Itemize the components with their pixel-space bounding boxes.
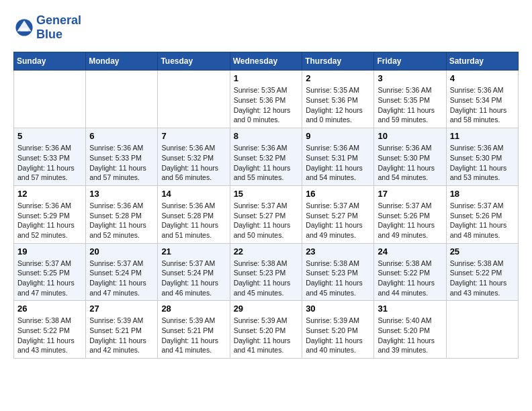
day-cell: 1Sunrise: 5:35 AMSunset: 5:36 PMDaylight… [230, 71, 302, 128]
day-cell: 23Sunrise: 5:38 AMSunset: 5:23 PMDayligh… [302, 243, 374, 301]
day-number: 30 [306, 304, 370, 314]
day-number: 31 [378, 304, 442, 314]
day-number: 28 [161, 304, 226, 314]
day-cell: 24Sunrise: 5:38 AMSunset: 5:22 PMDayligh… [374, 243, 446, 301]
day-info: Sunrise: 5:36 AMSunset: 5:33 PMDaylight:… [89, 143, 154, 183]
day-cell: 16Sunrise: 5:37 AMSunset: 5:27 PMDayligh… [302, 185, 374, 243]
day-info: Sunrise: 5:40 AMSunset: 5:20 PMDaylight:… [378, 316, 442, 355]
day-number: 29 [234, 304, 299, 314]
day-cell: 9Sunrise: 5:36 AMSunset: 5:31 PMDaylight… [302, 128, 374, 186]
day-cell: 28Sunrise: 5:39 AMSunset: 5:21 PMDayligh… [158, 301, 230, 359]
day-cell: 22Sunrise: 5:38 AMSunset: 5:23 PMDayligh… [230, 243, 302, 301]
day-cell: 6Sunrise: 5:36 AMSunset: 5:33 PMDaylight… [86, 128, 158, 186]
day-number: 3 [378, 73, 442, 83]
day-info: Sunrise: 5:36 AMSunset: 5:35 PMDaylight:… [378, 85, 442, 125]
day-info: Sunrise: 5:35 AMSunset: 5:36 PMDaylight:… [306, 85, 370, 125]
day-cell: 5Sunrise: 5:36 AMSunset: 5:33 PMDaylight… [14, 128, 86, 186]
calendar-page: General Blue SundayMondayTuesdayWednesda… [0, 0, 532, 365]
day-number: 27 [89, 304, 154, 314]
day-cell: 11Sunrise: 5:36 AMSunset: 5:30 PMDayligh… [446, 128, 518, 186]
day-cell: 18Sunrise: 5:37 AMSunset: 5:26 PMDayligh… [446, 185, 518, 243]
day-cell: 25Sunrise: 5:38 AMSunset: 5:22 PMDayligh… [446, 243, 518, 301]
calendar-table: SundayMondayTuesdayWednesdayThursdayFrid… [13, 52, 519, 359]
day-info: Sunrise: 5:39 AMSunset: 5:20 PMDaylight:… [306, 316, 370, 355]
day-info: Sunrise: 5:39 AMSunset: 5:20 PMDaylight:… [234, 316, 299, 355]
day-number: 23 [306, 246, 370, 257]
day-number: 22 [234, 246, 299, 257]
day-info: Sunrise: 5:38 AMSunset: 5:22 PMDaylight:… [378, 259, 442, 298]
day-cell: 17Sunrise: 5:37 AMSunset: 5:26 PMDayligh… [374, 185, 446, 243]
day-info: Sunrise: 5:36 AMSunset: 5:28 PMDaylight:… [161, 201, 226, 240]
day-cell: 29Sunrise: 5:39 AMSunset: 5:20 PMDayligh… [230, 301, 302, 359]
day-number: 14 [161, 189, 226, 199]
day-number: 5 [17, 131, 82, 141]
day-info: Sunrise: 5:36 AMSunset: 5:30 PMDaylight:… [378, 143, 442, 183]
day-info: Sunrise: 5:39 AMSunset: 5:21 PMDaylight:… [161, 316, 226, 355]
week-row-3: 19Sunrise: 5:37 AMSunset: 5:25 PMDayligh… [14, 243, 519, 301]
day-cell: 12Sunrise: 5:36 AMSunset: 5:29 PMDayligh… [14, 185, 86, 243]
day-info: Sunrise: 5:35 AMSunset: 5:36 PMDaylight:… [234, 85, 299, 125]
week-row-4: 26Sunrise: 5:38 AMSunset: 5:22 PMDayligh… [14, 301, 519, 359]
day-info: Sunrise: 5:37 AMSunset: 5:27 PMDaylight:… [306, 201, 370, 240]
day-info: Sunrise: 5:36 AMSunset: 5:29 PMDaylight:… [17, 201, 82, 240]
day-number: 19 [17, 246, 82, 257]
day-cell: 31Sunrise: 5:40 AMSunset: 5:20 PMDayligh… [374, 301, 446, 359]
day-cell: 3Sunrise: 5:36 AMSunset: 5:35 PMDaylight… [374, 71, 446, 128]
day-info: Sunrise: 5:38 AMSunset: 5:22 PMDaylight:… [17, 316, 82, 355]
day-info: Sunrise: 5:36 AMSunset: 5:28 PMDaylight:… [89, 201, 154, 240]
day-cell: 20Sunrise: 5:37 AMSunset: 5:24 PMDayligh… [86, 243, 158, 301]
day-number: 8 [234, 131, 299, 141]
logo-text: General [36, 13, 81, 28]
day-cell: 8Sunrise: 5:36 AMSunset: 5:32 PMDaylight… [230, 128, 302, 186]
week-row-2: 12Sunrise: 5:36 AMSunset: 5:29 PMDayligh… [14, 185, 519, 243]
day-info: Sunrise: 5:38 AMSunset: 5:22 PMDaylight:… [450, 259, 515, 298]
svg-rect-2 [20, 28, 28, 31]
header-row: SundayMondayTuesdayWednesdayThursdayFrid… [14, 52, 519, 71]
header-cell-monday: Monday [86, 52, 158, 71]
header-cell-thursday: Thursday [302, 52, 374, 71]
day-number: 20 [89, 246, 154, 257]
day-info: Sunrise: 5:37 AMSunset: 5:24 PMDaylight:… [161, 259, 226, 298]
day-cell: 7Sunrise: 5:36 AMSunset: 5:32 PMDaylight… [158, 128, 230, 186]
header-cell-sunday: Sunday [14, 52, 86, 71]
day-number: 2 [306, 73, 370, 83]
day-number: 24 [378, 246, 442, 257]
day-cell [158, 71, 230, 128]
day-number: 18 [450, 189, 515, 199]
day-info: Sunrise: 5:37 AMSunset: 5:26 PMDaylight:… [378, 201, 442, 240]
day-number: 26 [17, 304, 82, 314]
day-number: 7 [161, 131, 226, 141]
day-cell [86, 71, 158, 128]
day-number: 16 [306, 189, 370, 199]
logo: General Blue [13, 13, 81, 41]
day-info: Sunrise: 5:36 AMSunset: 5:30 PMDaylight:… [450, 143, 515, 183]
day-cell: 4Sunrise: 5:36 AMSunset: 5:34 PMDaylight… [446, 71, 518, 128]
header-cell-wednesday: Wednesday [230, 52, 302, 71]
day-number: 10 [378, 131, 442, 141]
day-number: 11 [450, 131, 515, 141]
day-cell: 10Sunrise: 5:36 AMSunset: 5:30 PMDayligh… [374, 128, 446, 186]
day-cell: 27Sunrise: 5:39 AMSunset: 5:21 PMDayligh… [86, 301, 158, 359]
header-cell-saturday: Saturday [446, 52, 518, 71]
day-info: Sunrise: 5:36 AMSunset: 5:32 PMDaylight:… [161, 143, 226, 183]
day-number: 17 [378, 189, 442, 199]
week-row-0: 1Sunrise: 5:35 AMSunset: 5:36 PMDaylight… [14, 71, 519, 128]
day-cell: 13Sunrise: 5:36 AMSunset: 5:28 PMDayligh… [86, 185, 158, 243]
day-info: Sunrise: 5:38 AMSunset: 5:23 PMDaylight:… [306, 259, 370, 298]
day-info: Sunrise: 5:38 AMSunset: 5:23 PMDaylight:… [234, 259, 299, 298]
day-info: Sunrise: 5:36 AMSunset: 5:34 PMDaylight:… [450, 85, 515, 125]
page-header: General Blue [13, 13, 519, 41]
day-number: 6 [89, 131, 154, 141]
day-number: 25 [450, 246, 515, 257]
day-info: Sunrise: 5:37 AMSunset: 5:25 PMDaylight:… [17, 259, 82, 298]
day-number: 4 [450, 73, 515, 83]
day-info: Sunrise: 5:36 AMSunset: 5:31 PMDaylight:… [306, 143, 370, 183]
header-cell-tuesday: Tuesday [158, 52, 230, 71]
day-cell: 15Sunrise: 5:37 AMSunset: 5:27 PMDayligh… [230, 185, 302, 243]
day-cell: 21Sunrise: 5:37 AMSunset: 5:24 PMDayligh… [158, 243, 230, 301]
day-cell [446, 301, 518, 359]
logo-text-2: Blue [36, 28, 81, 42]
day-info: Sunrise: 5:39 AMSunset: 5:21 PMDaylight:… [89, 316, 154, 355]
day-info: Sunrise: 5:36 AMSunset: 5:33 PMDaylight:… [17, 143, 82, 183]
day-info: Sunrise: 5:37 AMSunset: 5:26 PMDaylight:… [450, 201, 515, 240]
